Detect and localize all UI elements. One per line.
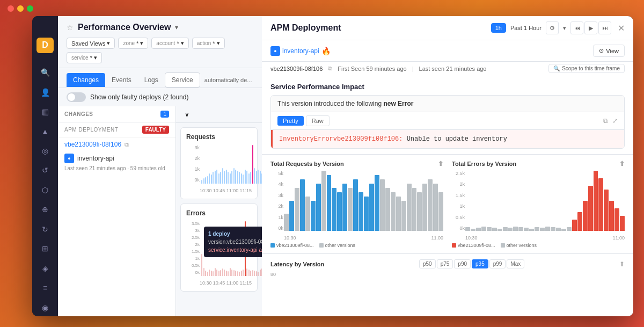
errors-x-labels: 10:30 10:45 11:00 11:15 bbox=[200, 280, 252, 286]
total-requests-label: Total Requests by Version bbox=[270, 161, 344, 167]
action-chevron: ▾ bbox=[217, 40, 220, 47]
err-mini-bar-15 bbox=[545, 227, 550, 231]
intro-text: This version introduced the following bbox=[277, 100, 383, 107]
sidebar-item-chart[interactable]: ▲ bbox=[35, 122, 55, 140]
scope-button[interactable]: 🔍 Scope to this time frame bbox=[548, 64, 625, 73]
req-mini-bar-1 bbox=[289, 201, 294, 231]
copy-icon[interactable]: ⧉ bbox=[125, 141, 129, 148]
sidebar-item-layers[interactable]: ≡ bbox=[35, 279, 55, 296]
sidebar-item-puzzle[interactable]: ⬡ bbox=[35, 181, 55, 199]
action-filter[interactable]: action * ▾ bbox=[192, 38, 225, 49]
minimize-button[interactable] bbox=[17, 5, 24, 12]
toggle-label: Show only faulty deploys (2 found) bbox=[90, 93, 188, 101]
copy-tab-icon[interactable]: ⧉ bbox=[603, 117, 608, 125]
raw-tab[interactable]: Raw bbox=[306, 115, 330, 126]
req-mini-bar-8 bbox=[327, 175, 332, 231]
last-seen-text: Last seen 21 minutes ago · 59 minutes ol… bbox=[58, 164, 175, 176]
requests-bar-12 bbox=[224, 171, 225, 184]
collapse-icon[interactable]: ∨ bbox=[185, 111, 189, 118]
tab-service[interactable]: Service bbox=[165, 72, 200, 88]
sidebar-item-users[interactable]: 👤 bbox=[35, 83, 55, 100]
errors-bar-27 bbox=[252, 270, 253, 276]
p99-button[interactable]: p99 bbox=[489, 259, 506, 268]
err-mini-bar-26 bbox=[604, 190, 609, 231]
sidebar-item-search[interactable]: 🔍 bbox=[35, 64, 55, 81]
p95-button[interactable]: p95 bbox=[472, 259, 488, 268]
service-name[interactable]: inventory-api bbox=[77, 155, 114, 162]
legend-err-version: vbe213009fi-08... bbox=[452, 243, 495, 248]
share-errors-icon[interactable]: ⬆ bbox=[619, 160, 625, 168]
faulty-toggle[interactable] bbox=[67, 92, 86, 102]
requests-chart-area: 3k 2k 1k 0k 10:30 10:45 11:00 11:15 bbox=[186, 145, 252, 193]
req-mini-bar-21 bbox=[396, 197, 401, 231]
account-filter[interactable]: account * ▾ bbox=[151, 38, 188, 49]
errors-bar-5 bbox=[211, 271, 212, 276]
sidebar-item-monitor[interactable]: ▦ bbox=[35, 103, 55, 120]
latency-title: Latency by Version bbox=[270, 261, 324, 267]
errors-bar-31 bbox=[260, 270, 261, 276]
requests-bar-25 bbox=[248, 173, 250, 184]
expand-row[interactable]: ∨ bbox=[176, 106, 262, 123]
sidebar-item-terminal[interactable]: ◉ bbox=[35, 299, 55, 316]
sidebar-item-target[interactable]: ◎ bbox=[35, 142, 55, 159]
service-filter[interactable]: service * ▾ bbox=[67, 52, 102, 63]
chevron-down-icon[interactable]: ▾ bbox=[175, 24, 178, 31]
requests-y-labels: 3k 2k 1k 0k bbox=[186, 145, 200, 183]
requests-bar-14 bbox=[228, 172, 229, 184]
requests-bar-28 bbox=[254, 168, 255, 184]
requests-bar-5 bbox=[211, 175, 212, 184]
sidebar-item-refresh[interactable]: ↺ bbox=[35, 162, 55, 179]
req-mini-bar-3 bbox=[300, 179, 305, 231]
p50-button[interactable]: p50 bbox=[419, 259, 436, 268]
maximize-button[interactable] bbox=[27, 5, 33, 12]
star-icon[interactable]: ☆ bbox=[67, 23, 74, 32]
req-mini-bar-2 bbox=[295, 188, 299, 231]
err-mini-bar-2 bbox=[476, 228, 481, 231]
share-requests-icon[interactable]: ⬆ bbox=[438, 160, 443, 168]
sidebar-item-link[interactable]: ◈ bbox=[35, 260, 55, 277]
max-button[interactable]: Max bbox=[507, 259, 524, 268]
saved-views-filter[interactable]: Saved Views ▾ bbox=[67, 38, 115, 49]
copy-icon-apm[interactable]: ⧉ bbox=[328, 65, 332, 72]
req-mini-bar-0 bbox=[284, 214, 289, 231]
apm-controls: 1h Past 1 Hour ⚙ ▾ ⏮ ▶ ⏭ ✕ bbox=[491, 21, 625, 34]
p75-button[interactable]: p75 bbox=[437, 259, 453, 268]
sidebar-item-sync[interactable]: ↻ bbox=[35, 221, 55, 238]
service-badge[interactable]: ● inventory-api 🔥 bbox=[270, 46, 331, 56]
pretty-tab[interactable]: Pretty bbox=[277, 116, 304, 126]
service-row: ● inventory-api bbox=[58, 151, 175, 164]
expand-tab-icon[interactable]: ⤢ bbox=[612, 117, 618, 125]
version-id[interactable]: vbe213009fi-08f106 bbox=[64, 141, 121, 148]
tab-logs[interactable]: Logs bbox=[138, 73, 165, 87]
sidebar-item-tag[interactable]: ⊕ bbox=[35, 201, 55, 218]
tab-events[interactable]: Events bbox=[105, 73, 138, 87]
prev-prev-button[interactable]: ⏮ bbox=[570, 21, 583, 34]
next-next-button[interactable]: ⏭ bbox=[598, 21, 611, 34]
close-button[interactable] bbox=[8, 5, 14, 12]
settings-icon[interactable]: ⚙ bbox=[546, 21, 559, 34]
err-mini-bar-11 bbox=[524, 228, 529, 231]
service-name-apm: inventory-api bbox=[282, 47, 319, 55]
play-button[interactable]: ▶ bbox=[584, 21, 597, 34]
left-panel: ☆ Performance Overview ▾ Saved Views ▾ z… bbox=[58, 16, 262, 316]
err-mini-bar-23 bbox=[588, 186, 593, 231]
view-button[interactable]: ⊙ View bbox=[593, 45, 625, 57]
errors-y-labels: 3.5k 3k 2.5k 2k 1.5k 1k 0.5k 0k bbox=[186, 221, 200, 275]
err-mini-bar-10 bbox=[518, 227, 523, 231]
share-latency-icon[interactable]: ⬆ bbox=[619, 260, 625, 268]
total-requests-bars bbox=[284, 171, 443, 231]
errors-bar-3 bbox=[207, 272, 208, 276]
p90-button[interactable]: p90 bbox=[454, 259, 471, 268]
close-apm-button[interactable]: ✕ bbox=[618, 23, 625, 33]
requests-bar-18 bbox=[235, 170, 236, 184]
charts-section: ∨ Requests 3k 2k 1k 0k 10:30 bbox=[176, 106, 262, 316]
dropdown-icon[interactable]: ▾ bbox=[563, 25, 566, 32]
errors-bar-6 bbox=[213, 271, 214, 276]
zone-filter[interactable]: zone * ▾ bbox=[118, 38, 148, 49]
err-mini-bar-22 bbox=[583, 201, 588, 231]
tab-changes[interactable]: Changes bbox=[67, 73, 105, 87]
sidebar-item-grid[interactable]: ⊞ bbox=[35, 240, 55, 257]
requests-bar-31 bbox=[260, 171, 261, 184]
time-1h-button[interactable]: 1h bbox=[491, 23, 506, 33]
percentile-buttons: p50 p75 p90 p95 p99 Max bbox=[419, 259, 524, 268]
